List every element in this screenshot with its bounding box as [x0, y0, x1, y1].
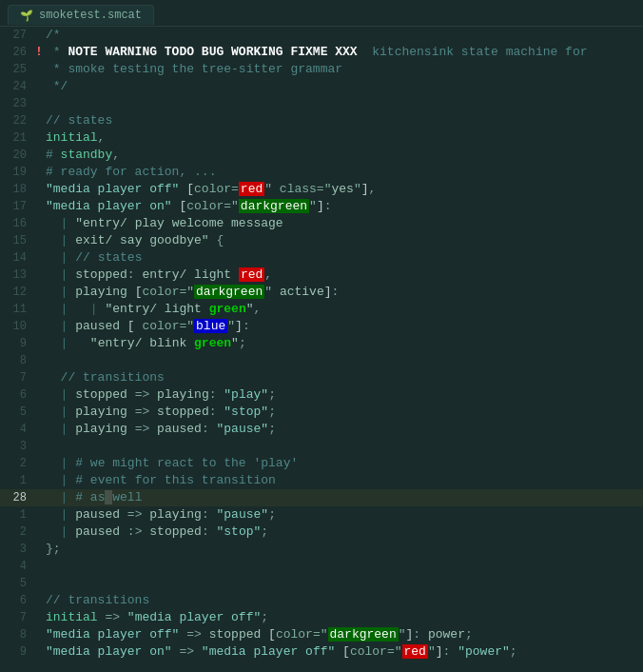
line-code: | playing [color="darkgreen" active]:	[44, 284, 643, 301]
line-code: | stopped: entry/ light red,	[44, 267, 643, 284]
line-row: 7 initial => "media player off";	[0, 609, 643, 626]
line-row: 9 | "entry/ blink green";	[0, 335, 643, 352]
line-number: 17	[0, 198, 34, 215]
tab-label: smoketest.smcat	[39, 9, 142, 22]
line-code: initial,	[44, 129, 643, 147]
line-row: 7 // transitions	[0, 369, 643, 386]
line-code: # standby,	[44, 147, 643, 164]
line-number: 3	[0, 438, 34, 455]
line-row: 25 * smoke testing the tree-sitter gramm…	[0, 61, 643, 78]
line-number: 13	[0, 267, 34, 284]
line-code: | playing => paused: "pause";	[44, 421, 643, 438]
line-code: | paused :> stopped: "stop";	[44, 524, 643, 541]
line-row: 16 | "entry/ play welcome message	[0, 215, 643, 232]
line-number: 25	[0, 61, 34, 78]
line-code: # ready for action, ...	[44, 164, 643, 181]
line-number: 14	[0, 249, 34, 267]
line-code: // transitions	[44, 369, 643, 386]
line-code: "media player off" [color=red" class="ye…	[44, 181, 643, 198]
line-code: | "entry/ blink green";	[44, 335, 643, 352]
line-number: 7	[0, 369, 34, 386]
line-code: // transitions	[44, 592, 643, 609]
line-code: | # as well	[44, 489, 643, 506]
line-code: | paused [ color="blue"]:	[44, 318, 643, 335]
line-number: 6	[0, 592, 34, 609]
line-number: 2	[0, 524, 34, 541]
line-row: 5 | playing => stopped: "stop";	[0, 404, 643, 421]
line-row: 1 | paused => playing: "pause";	[0, 506, 643, 524]
line-row: 12 | playing [color="darkgreen" active]:	[0, 284, 643, 301]
line-number: 8	[0, 626, 34, 643]
line-number: 2	[0, 455, 34, 472]
line-code: | # we might react to the 'play'	[44, 455, 643, 472]
line-row: 14 | // states	[0, 249, 643, 267]
editor: 27 /* 26 ! * NOTE WARNING TODO BUG WORKI…	[0, 27, 643, 672]
line-code: "media player off" => stopped [color="da…	[44, 626, 643, 643]
line-row: 2 | paused :> stopped: "stop";	[0, 524, 643, 541]
line-number: 3	[0, 541, 34, 558]
line-code: * NOTE WARNING TODO BUG WORKING FIXME XX…	[44, 44, 643, 61]
line-code: */	[44, 78, 643, 95]
line-number: 18	[0, 181, 34, 198]
line-code: | "entry/ play welcome message	[44, 215, 643, 232]
line-row: 3	[0, 438, 643, 455]
line-row: 13 | stopped: entry/ light red,	[0, 267, 643, 284]
line-row: 27 /*	[0, 27, 643, 44]
line-code: "media player on" => "media player off" …	[44, 643, 643, 661]
line-row: 21 initial,	[0, 129, 643, 147]
line-row: 11 | | "entry/ light green",	[0, 301, 643, 318]
line-code: | | "entry/ light green",	[44, 301, 643, 318]
line-code: | // states	[44, 249, 643, 267]
line-number: 1	[0, 506, 34, 524]
line-number: 27	[0, 27, 34, 44]
line-row: 6 // transitions	[0, 592, 643, 609]
line-number: 10	[0, 318, 34, 335]
line-row: 9 "media player on" => "media player off…	[0, 643, 643, 661]
line-number: 20	[0, 147, 34, 164]
line-number: 7	[0, 609, 34, 626]
line-row: 8	[0, 352, 643, 369]
line-number: 22	[0, 112, 34, 129]
line-row: 26 ! * NOTE WARNING TODO BUG WORKING FIX…	[0, 44, 643, 61]
line-row: 3 };	[0, 541, 643, 558]
line-row: 10 | paused [ color="blue"]:	[0, 318, 643, 335]
line-row: 2 | # we might react to the 'play'	[0, 455, 643, 472]
line-number: 15	[0, 232, 34, 249]
line-row: 1 | # event for this transition	[0, 472, 643, 489]
line-number: 16	[0, 215, 34, 232]
line-code: * smoke testing the tree-sitter grammar	[44, 61, 643, 78]
tab-smoketest[interactable]: 🌱 smoketest.smcat	[8, 5, 154, 25]
line-number: 6	[0, 386, 34, 404]
line-code: // states	[44, 112, 643, 129]
line-row: 6 | stopped => playing: "play";	[0, 386, 643, 404]
line-bang: !	[34, 44, 44, 61]
line-code: | exit/ say goodbye" {	[44, 232, 643, 249]
line-number: 1	[0, 472, 34, 489]
line-code: };	[44, 541, 643, 558]
line-row: 24 */	[0, 78, 643, 95]
line-row: 15 | exit/ say goodbye" {	[0, 232, 643, 249]
line-number: 5	[0, 575, 34, 592]
line-code: /*	[44, 27, 643, 44]
line-number: 26	[0, 44, 34, 61]
line-row: 4 | playing => paused: "pause";	[0, 421, 643, 438]
line-code: initial => "media player off";	[44, 609, 643, 626]
line-number: 28	[0, 489, 34, 506]
line-row: 28 | # as well	[0, 489, 643, 506]
line-number: 19	[0, 164, 34, 181]
line-row: 23	[0, 95, 643, 112]
line-number: 8	[0, 352, 34, 369]
line-number: 4	[0, 558, 34, 575]
line-number: 21	[0, 129, 34, 147]
line-code: | stopped => playing: "play";	[44, 386, 643, 404]
line-row: 22 // states	[0, 112, 643, 129]
line-code: "media player on" [color="darkgreen"]:	[44, 198, 643, 215]
tab-icon: 🌱	[20, 10, 33, 22]
line-row: 19 # ready for action, ...	[0, 164, 643, 181]
line-number: 5	[0, 404, 34, 421]
line-number: 12	[0, 284, 34, 301]
line-code: | paused => playing: "pause";	[44, 506, 643, 524]
line-number: 9	[0, 643, 34, 661]
line-row: 17 "media player on" [color="darkgreen"]…	[0, 198, 643, 215]
line-row: 4	[0, 558, 643, 575]
